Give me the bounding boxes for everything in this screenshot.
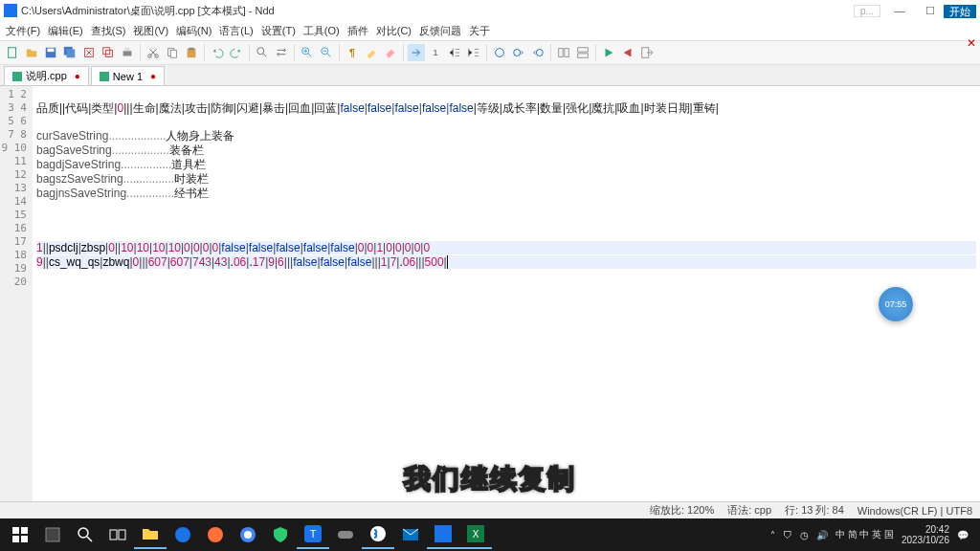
- tray-chevron-icon[interactable]: ˄: [770, 530, 775, 540]
- stop-icon[interactable]: [619, 44, 636, 61]
- bookmark-icon[interactable]: [491, 44, 508, 61]
- exit-icon[interactable]: [638, 44, 656, 61]
- tab-close-icon[interactable]: ●: [150, 71, 156, 81]
- svg-point-34: [78, 528, 88, 538]
- tray-icon[interactable]: ◷: [800, 530, 809, 540]
- browser-s-icon[interactable]: [362, 520, 394, 549]
- run-button[interactable]: 开始: [944, 5, 976, 18]
- svg-rect-2: [48, 49, 55, 53]
- save-all-icon[interactable]: [61, 44, 78, 61]
- bookmark-prev-icon[interactable]: [529, 44, 546, 61]
- wordwrap-icon[interactable]: ¶: [344, 44, 361, 61]
- taskbar-app-icon[interactable]: [36, 520, 69, 549]
- svg-point-16: [257, 48, 264, 55]
- open-file-icon[interactable]: [23, 44, 40, 61]
- zoom-out-icon[interactable]: [318, 44, 335, 61]
- menu-language[interactable]: 语言(L): [219, 24, 253, 38]
- undo-icon[interactable]: [209, 44, 226, 61]
- svg-rect-4: [67, 50, 76, 58]
- file-icon: [100, 72, 109, 81]
- menu-encoding[interactable]: 编码(N): [176, 24, 212, 38]
- ndd-icon[interactable]: [427, 520, 459, 549]
- menu-bar: 文件(F) 编辑(E) 查找(S) 视图(V) 编码(N) 语言(L) 设置(T…: [0, 21, 980, 40]
- svg-rect-7: [105, 50, 112, 56]
- window-title: C:\Users\Administrator\桌面\说明.cpp [文本模式] …: [21, 4, 275, 18]
- minimize-button[interactable]: —: [884, 1, 915, 20]
- copy-icon[interactable]: [164, 44, 181, 61]
- tray-notification-icon[interactable]: 💬: [957, 530, 969, 540]
- indent-right-icon[interactable]: [465, 44, 482, 61]
- tab-file-1[interactable]: 说明.cpp ●: [4, 66, 89, 85]
- status-lang: 语法: cpp: [727, 503, 771, 518]
- indent-icon[interactable]: 1: [427, 44, 444, 61]
- tray-icon[interactable]: ⛉: [783, 530, 792, 540]
- split-v-icon[interactable]: [574, 44, 591, 61]
- svg-point-19: [496, 49, 504, 57]
- new-file-icon[interactable]: [4, 44, 21, 61]
- save-icon[interactable]: [42, 44, 59, 61]
- svg-rect-22: [559, 49, 563, 57]
- start-button[interactable]: [4, 520, 36, 549]
- eraser-icon[interactable]: [382, 44, 399, 61]
- paste-icon[interactable]: [183, 44, 200, 61]
- toolbar: ¶ 1: [0, 40, 980, 65]
- split-h-icon[interactable]: [555, 44, 572, 61]
- menu-plugins[interactable]: 插件: [347, 24, 368, 38]
- goto-icon[interactable]: [408, 44, 425, 61]
- tray-ime[interactable]: 中 简 中 英 国: [835, 528, 894, 541]
- file-icon: [12, 72, 22, 81]
- svg-rect-0: [9, 48, 16, 58]
- svg-rect-25: [578, 54, 589, 57]
- menu-view[interactable]: 视图(V): [133, 24, 168, 38]
- svg-rect-28: [100, 72, 109, 81]
- menu-compare[interactable]: 对比(C): [376, 24, 412, 38]
- menu-feedback[interactable]: 反馈问题: [419, 24, 461, 38]
- tray-volume-icon[interactable]: 🔊: [816, 530, 828, 540]
- search-icon[interactable]: [69, 520, 101, 549]
- chrome-icon[interactable]: [232, 520, 264, 549]
- cut-icon[interactable]: [145, 44, 162, 61]
- editor-area[interactable]: 1 2 3 4 5 6 7 8 9 10 11 12 13 14 15 16 1…: [0, 86, 980, 517]
- close-tab-x-icon[interactable]: ✕: [967, 36, 976, 50]
- menu-find[interactable]: 查找(S): [91, 24, 126, 38]
- explorer-icon[interactable]: [134, 520, 167, 549]
- close-file-icon[interactable]: [80, 44, 98, 61]
- mail-icon[interactable]: [394, 520, 427, 549]
- menu-file[interactable]: 文件(F): [6, 24, 40, 38]
- svg-point-40: [244, 531, 252, 539]
- menu-about[interactable]: 关于: [469, 24, 490, 38]
- tray-clock[interactable]: 20:422023/10/26: [902, 524, 949, 545]
- taskbar: T X ˄ ⛉ ◷ 🔊 中 简 中 英 国 20:422023/10/26 💬: [0, 518, 980, 551]
- firefox-icon[interactable]: [199, 520, 232, 549]
- redo-icon[interactable]: [228, 44, 245, 61]
- menu-tools[interactable]: 工具(O): [303, 24, 340, 38]
- svg-rect-29: [12, 527, 19, 534]
- tab-close-icon[interactable]: ●: [75, 71, 80, 81]
- code-content[interactable]: 品质||代码|类型|0|||生命|魔法|攻击|防御|闪避|暴击|回血|回蓝|fa…: [33, 86, 980, 517]
- close-all-icon[interactable]: [100, 44, 117, 61]
- tab-file-2[interactable]: New 1 ●: [91, 66, 165, 85]
- run-icon[interactable]: [600, 44, 617, 61]
- outdent-icon[interactable]: [446, 44, 463, 61]
- menu-settings[interactable]: 设置(T): [261, 24, 296, 38]
- menu-edit[interactable]: 编辑(E): [48, 24, 83, 38]
- taskview-icon[interactable]: [101, 520, 134, 549]
- excel-icon[interactable]: X: [459, 520, 492, 549]
- highlight-icon[interactable]: [363, 44, 380, 61]
- tab-label: 说明.cpp: [26, 69, 67, 83]
- find-icon[interactable]: [254, 44, 271, 61]
- svg-rect-23: [565, 49, 568, 57]
- svg-rect-46: [434, 525, 452, 542]
- svg-rect-35: [110, 530, 117, 540]
- security-icon[interactable]: [264, 520, 297, 549]
- bookmark-next-icon[interactable]: [510, 44, 527, 61]
- game-icon[interactable]: [329, 520, 362, 549]
- zoom-in-icon[interactable]: [299, 44, 316, 61]
- app-t-icon[interactable]: T: [297, 520, 329, 549]
- svg-point-37: [175, 527, 190, 542]
- system-tray[interactable]: ˄ ⛉ ◷ 🔊 中 简 中 英 国 20:422023/10/26 💬: [770, 524, 976, 545]
- edge-icon[interactable]: [167, 520, 199, 549]
- print-icon[interactable]: [119, 44, 136, 61]
- replace-icon[interactable]: [273, 44, 290, 61]
- p-indicator: p...: [854, 5, 880, 17]
